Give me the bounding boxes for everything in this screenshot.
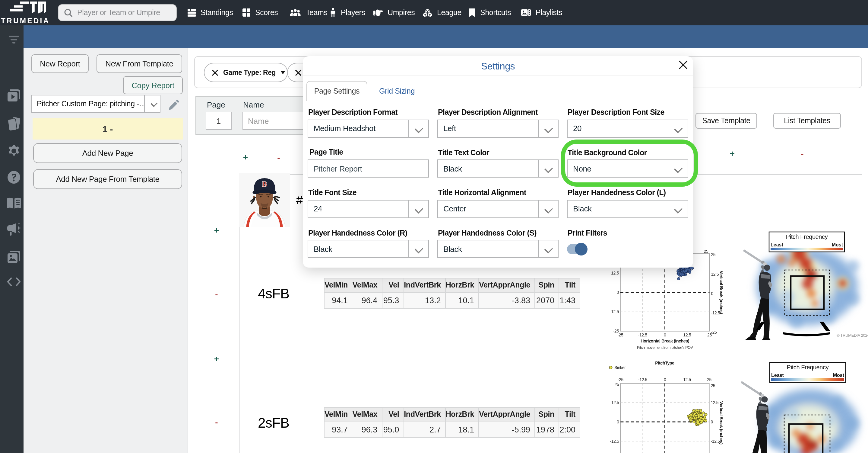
- svg-text:-12.5: -12.5: [638, 333, 648, 337]
- svg-text:12.5: 12.5: [683, 377, 691, 382]
- svg-text:Most: Most: [833, 373, 844, 378]
- svg-text:12.5: 12.5: [683, 333, 691, 337]
- svg-text:12.5: 12.5: [611, 271, 619, 276]
- svg-text:12.5: 12.5: [711, 400, 719, 405]
- svg-text:0: 0: [617, 420, 619, 424]
- svg-text:0: 0: [617, 290, 619, 295]
- svg-text:-25: -25: [617, 333, 623, 337]
- svg-text:Least: Least: [771, 373, 784, 378]
- svg-text:Least: Least: [771, 242, 783, 247]
- svg-text:-25: -25: [711, 330, 717, 335]
- svg-text:12.5: 12.5: [611, 400, 619, 405]
- svg-text:25: 25: [711, 252, 715, 257]
- svg-text:-12.5: -12.5: [711, 439, 720, 444]
- svg-text:25: 25: [615, 382, 619, 387]
- svg-text:25: 25: [711, 383, 715, 388]
- svg-text:Sinker: Sinker: [614, 365, 626, 370]
- svg-text:Vertical Break (inches): Vertical Break (inches): [719, 401, 724, 445]
- svg-text:0: 0: [711, 291, 713, 296]
- svg-text:Most: Most: [832, 242, 843, 247]
- svg-text:-12.5: -12.5: [610, 439, 619, 444]
- svg-text:0: 0: [664, 377, 666, 382]
- svg-text:25: 25: [707, 333, 712, 337]
- svg-text:PitchType: PitchType: [655, 361, 674, 365]
- svg-text:Horizontal Break (inches): Horizontal Break (inches): [641, 339, 689, 343]
- svg-text:Vertical Break (inches): Vertical Break (inches): [719, 271, 724, 314]
- svg-text:Pitch movement from pitcher's: Pitch movement from pitcher's POV: [637, 345, 693, 350]
- svg-text:25: 25: [704, 249, 709, 254]
- svg-text:Pitch Frequency: Pitch Frequency: [787, 364, 829, 371]
- svg-text:12.5: 12.5: [711, 272, 719, 277]
- svg-text:-25: -25: [618, 377, 624, 382]
- svg-text:-12.5: -12.5: [610, 309, 619, 314]
- svg-text:25: 25: [707, 377, 711, 382]
- svg-text:-12.5: -12.5: [638, 377, 648, 382]
- svg-text:0: 0: [664, 333, 666, 337]
- svg-text:B: B: [262, 180, 267, 189]
- svg-text:© TRUMEDIA 2024: © TRUMEDIA 2024: [837, 333, 868, 338]
- svg-text:Pitch Frequency: Pitch Frequency: [786, 233, 828, 240]
- svg-text:TRUMEDIA: TRUMEDIA: [1, 17, 48, 25]
- svg-text:0: 0: [711, 420, 713, 424]
